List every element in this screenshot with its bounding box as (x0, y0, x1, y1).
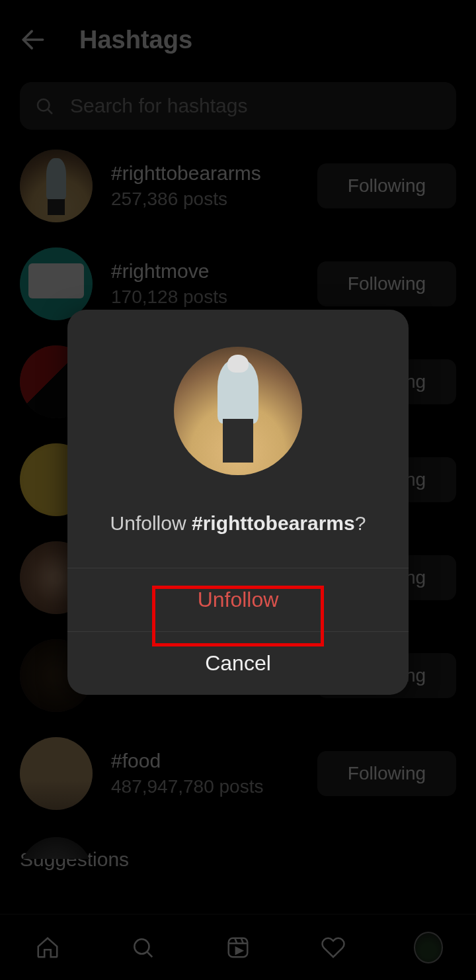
dialog-hashtag-avatar (174, 347, 302, 475)
unfollow-button[interactable]: Unfollow (67, 568, 409, 631)
dialog-question: Unfollow #righttobeararms? (110, 512, 366, 535)
unfollow-dialog: Unfollow #righttobeararms? Unfollow Canc… (67, 310, 409, 695)
cancel-button[interactable]: Cancel (67, 631, 409, 695)
